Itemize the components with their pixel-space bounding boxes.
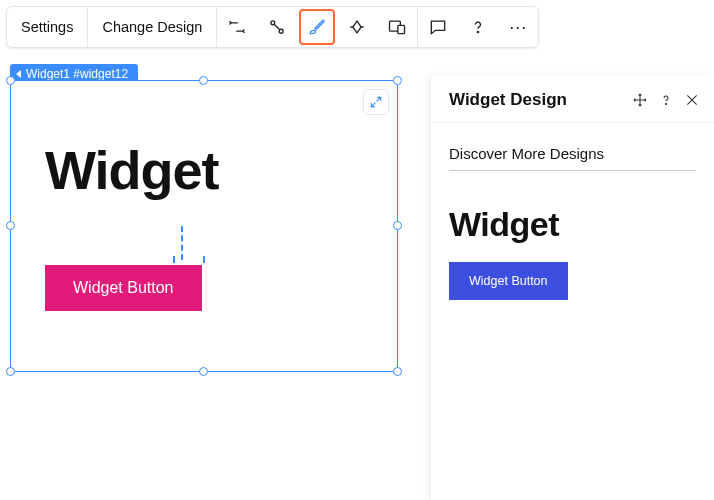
preview-title: Widget	[449, 205, 696, 244]
resize-handle-br[interactable]	[393, 367, 402, 376]
resize-handle-ml[interactable]	[6, 221, 15, 230]
change-design-button[interactable]: Change Design	[88, 7, 217, 47]
selected-widget-frame[interactable]: Widget Widget Button	[10, 80, 398, 372]
comment-icon[interactable]	[418, 7, 458, 47]
design-panel: Widget Design Discover More Designs Widg…	[430, 76, 714, 500]
panel-help-icon[interactable]	[658, 92, 674, 108]
canvas-widget-button[interactable]: Widget Button	[45, 265, 202, 311]
resize-handle-mr[interactable]	[393, 221, 402, 230]
resize-handle-tl[interactable]	[6, 76, 15, 85]
text-cursor	[181, 226, 183, 260]
discover-more-link[interactable]: Discover More Designs	[449, 145, 696, 171]
resize-handle-bl[interactable]	[6, 367, 15, 376]
help-icon[interactable]	[458, 7, 498, 47]
svg-point-4	[478, 31, 479, 32]
canvas-widget-title[interactable]: Widget	[45, 139, 218, 201]
svg-point-5	[665, 103, 666, 104]
panel-title: Widget Design	[449, 90, 567, 110]
expand-button[interactable]	[363, 89, 389, 115]
preview-button: Widget Button	[449, 262, 568, 300]
link-icon[interactable]	[257, 7, 297, 47]
settings-button[interactable]: Settings	[7, 7, 88, 47]
move-icon[interactable]	[632, 92, 648, 108]
svg-rect-3	[398, 25, 405, 33]
close-icon[interactable]	[684, 92, 700, 108]
resize-handle-tr[interactable]	[393, 76, 402, 85]
breadcrumb-label: Widget1 #widget12	[26, 67, 128, 81]
responsive-icon[interactable]	[377, 7, 417, 47]
panel-header: Widget Design	[431, 76, 714, 123]
chevron-left-icon	[16, 70, 21, 78]
resize-handle-bc[interactable]	[199, 367, 208, 376]
toolbar: Settings Change Design ···	[6, 6, 539, 48]
resize-handle-tc[interactable]	[199, 76, 208, 85]
stretch-icon[interactable]	[337, 7, 377, 47]
brush-icon[interactable]	[299, 9, 335, 45]
text-cursor-ticks	[171, 256, 207, 264]
design-preview[interactable]: Widget Widget Button	[449, 205, 696, 300]
animations-icon[interactable]	[217, 7, 257, 47]
more-icon[interactable]: ···	[498, 7, 538, 47]
